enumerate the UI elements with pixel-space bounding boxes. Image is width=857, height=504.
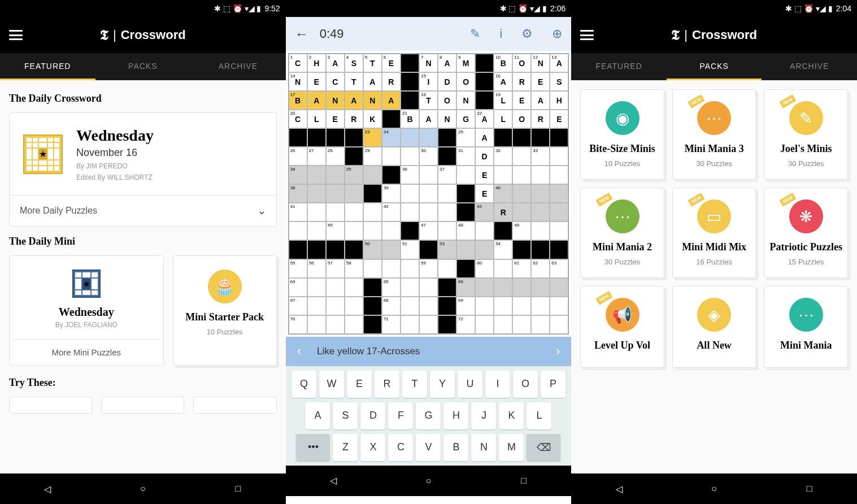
grid-cell[interactable]: 19L [494,91,512,110]
grid-cell[interactable] [512,184,531,203]
key-X[interactable]: X [360,434,385,461]
grid-cell[interactable]: 37 [438,166,456,184]
grid-cell[interactable] [494,315,512,334]
grid-cell[interactable] [438,221,456,240]
grid-cell[interactable]: E [550,110,568,128]
grid-cell[interactable]: 69 [456,297,475,315]
grid-cell[interactable]: A [382,91,401,110]
grid-cell[interactable] [494,297,512,315]
grid-cell[interactable]: S [550,72,568,91]
menu-icon[interactable] [9,30,23,40]
grid-cell[interactable]: 36 [401,166,419,184]
grid-cell[interactable]: 29 [363,147,382,166]
grid-cell[interactable]: 7N [419,54,438,72]
grid-cell[interactable]: A [345,91,363,110]
home-button[interactable]: ○ [132,477,154,500]
grid-cell[interactable]: L [494,110,512,128]
grid-cell[interactable]: 1C [289,54,307,72]
grid-cell[interactable] [531,184,550,203]
back-arrow-icon[interactable]: ← [295,26,308,42]
grid-cell[interactable]: 56 [307,259,326,278]
back-button[interactable]: ◁ [36,477,59,500]
daily-mini-card[interactable]: ★ Wednesday By JOEL FAGLIANO More Mini P… [9,255,164,366]
key-Y[interactable]: Y [430,371,455,398]
grid-cell[interactable]: 61 [512,259,531,278]
grid-cell[interactable] [363,259,382,278]
grid-cell[interactable]: 26 [289,147,307,166]
key-T[interactable]: T [402,371,427,398]
back-button[interactable]: ◁ [322,470,345,492]
menu-icon[interactable] [580,30,594,40]
grid-cell[interactable]: R [494,203,512,221]
grid-cell[interactable] [550,166,568,184]
grid-cell[interactable] [475,278,494,297]
grid-cell[interactable]: 60 [475,259,494,278]
key-K[interactable]: K [499,402,524,429]
grid-cell[interactable] [307,315,326,334]
grid-cell[interactable]: 55 [289,259,307,278]
grid-cell[interactable] [438,259,456,278]
grid-cell[interactable] [531,278,550,297]
grid-cell[interactable] [531,297,550,315]
key-J[interactable]: J [471,402,496,429]
grid-cell[interactable] [419,128,438,147]
key-G[interactable]: G [416,402,441,429]
home-button[interactable]: ○ [703,477,725,500]
pack-card[interactable]: NEW✎Joel's Minis30 Puzzles [764,89,848,180]
grid-cell[interactable]: L [307,110,326,128]
grid-cell[interactable]: 54 [494,240,512,259]
tab-archive[interactable]: ARCHIVE [762,53,857,80]
grid-cell[interactable]: E [307,72,326,91]
grid-cell[interactable]: R [512,72,531,91]
grid-cell[interactable] [307,166,326,184]
grid-cell[interactable] [531,166,550,184]
grid-cell[interactable] [550,297,568,315]
grid-cell[interactable]: N [326,91,345,110]
grid-cell[interactable]: 58 [345,259,363,278]
grid-cell[interactable]: 13A [550,54,568,72]
grid-cell[interactable] [307,221,326,240]
grid-cell[interactable]: N [363,91,382,110]
home-button[interactable]: ○ [417,470,440,492]
grid-cell[interactable] [401,128,419,147]
pack-card[interactable]: NEW▭Mini Midi Mix16 Puzzles [672,188,756,278]
grid-cell[interactable]: D [438,72,456,91]
grid-cell[interactable]: A [475,128,494,147]
grid-cell[interactable]: 34 [289,166,307,184]
grid-cell[interactable]: 3A [326,54,345,72]
grid-cell[interactable]: 70 [289,315,307,334]
crossword-grid[interactable]: 1C2H3A4S5T6E7N8A9M10B11O12N13A14NECTAR15… [286,51,572,337]
more-mini-puzzles[interactable]: More Mini Puzzles [14,339,159,365]
grid-cell[interactable] [494,166,512,184]
grid-cell[interactable]: 65 [382,278,401,297]
grid-cell[interactable] [512,147,531,166]
grid-cell[interactable]: 21B [401,110,419,128]
grid-cell[interactable]: 28 [326,147,345,166]
grid-cell[interactable] [401,278,419,297]
grid-cell[interactable]: 15I [419,72,438,91]
try-card[interactable] [9,397,92,414]
pack-card[interactable]: NEW⋯Mini Mania 230 Puzzles [580,188,664,278]
grid-cell[interactable] [419,184,438,203]
grid-cell[interactable]: 64 [289,278,307,297]
next-clue-icon[interactable]: › [551,344,564,359]
grid-cell[interactable] [307,184,326,203]
grid-cell[interactable] [456,240,475,259]
grid-cell[interactable]: K [363,110,382,128]
key-H[interactable]: H [443,402,468,429]
grid-cell[interactable]: 22A [475,110,494,128]
pack-card[interactable]: NEW⋯Mini Mania 330 Puzzles [672,89,756,180]
key-M[interactable]: M [499,434,524,461]
grid-cell[interactable] [345,184,363,203]
prev-clue-icon[interactable]: ‹ [293,344,306,359]
grid-cell[interactable]: 17B [289,91,307,110]
key-F[interactable]: F [388,402,413,429]
grid-cell[interactable] [307,297,326,315]
more-daily-puzzles[interactable]: More Daily Puzzles ⌄ [10,195,276,226]
grid-cell[interactable]: 14N [289,72,307,91]
grid-cell[interactable] [494,278,512,297]
grid-cell[interactable]: O [512,110,531,128]
key-R[interactable]: R [375,371,399,398]
grid-cell[interactable] [363,166,382,184]
try-card[interactable] [101,397,184,414]
